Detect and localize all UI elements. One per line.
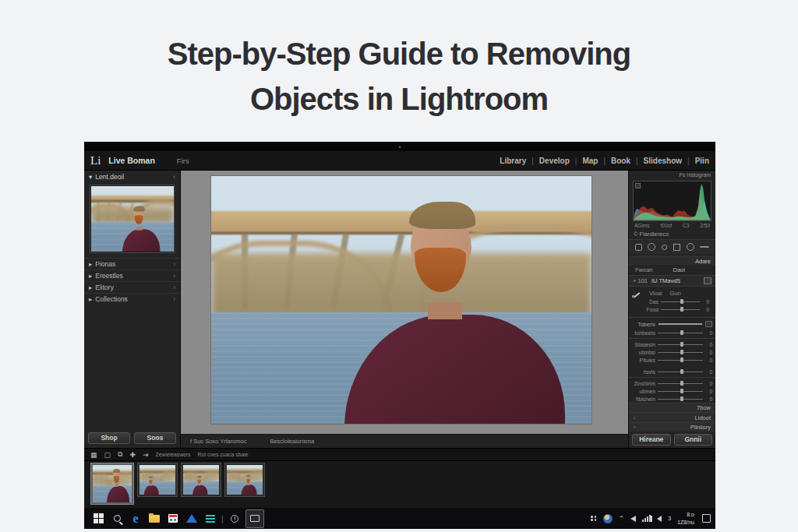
filmstrip-thumb-3[interactable] [181,463,221,497]
brush-settings-box: Vioai Gun Das 0 Food 0 [629,286,715,315]
panel-row-lidoot[interactable]: ‹ Lidoot [629,412,715,421]
thumb-photo[interactable] [93,465,132,502]
sidebar-item-pionas[interactable]: ▸ Pionas › [84,258,180,270]
toolbar-status-right[interactable]: Bescloleaiorisma [270,438,314,445]
tray-arrow-icon[interactable] [630,516,636,522]
slider-thumb[interactable] [680,350,683,354]
import-button[interactable]: Shop [88,432,130,444]
taskbar-search-button[interactable] [108,509,126,528]
module-develop[interactable]: Develop [539,157,570,165]
slider-track[interactable] [658,344,703,345]
filmstrip-thumb-4[interactable] [224,463,265,497]
notification-center-icon[interactable] [702,514,711,523]
brush-tool-icon[interactable] [700,246,709,248]
slider-thumb[interactable] [680,358,683,362]
module-library[interactable]: Library [500,157,526,165]
tray-dots-icon[interactable] [591,516,597,521]
expand-triangle-icon[interactable]: ▸ [89,284,92,291]
slider-track[interactable] [658,352,703,353]
slider-thumb[interactable] [680,396,683,401]
microsoft-store-button[interactable] [164,509,182,528]
slider-track[interactable] [658,360,703,361]
module-book[interactable]: Book [611,157,630,165]
wb-preset-value[interactable]: IU TMavdS [651,277,680,284]
navigator-thumbnail[interactable] [91,186,174,252]
slider-thumb[interactable] [680,342,683,347]
title-line-2: Objects in Lightroom [0,76,798,122]
module-slideshow[interactable]: Slideshow [644,157,682,165]
filmstrip-thumb-1-selected[interactable] [90,463,134,505]
module-print[interactable]: Piin [695,157,709,165]
slider-row-brush-feather: Food 0 [632,305,712,313]
thumb-photo[interactable] [139,465,175,495]
sidebar-item-elitory[interactable]: ▸ Elitory › [84,281,180,293]
filmstrip-thumb-2[interactable] [137,463,178,497]
grid-view-icon[interactable]: ▦ [90,451,97,459]
treatment-value[interactable]: Daol [673,266,685,273]
histogram-clipping-icon[interactable] [635,183,641,188]
sidebar-item-ereestles[interactable]: ▸ Ereestles › [84,270,180,281]
paint-icon[interactable]: ⇥ [143,451,149,459]
clock-app-button[interactable] [225,509,244,528]
filmstrip-filter-label[interactable]: Rot coes cuaca sbale [198,452,249,457]
start-button[interactable] [89,509,108,528]
edge-browser-button[interactable]: e [126,509,145,528]
brush-icon[interactable] [632,288,641,298]
navigator-panel-header[interactable]: ▾ Lent.deoil ‹ [84,171,180,182]
heal-tool-icon[interactable] [648,243,655,251]
brush-mode-a[interactable]: Vioai [649,290,662,297]
slider-thumb[interactable] [680,369,683,374]
add-icon[interactable]: ✚ [129,451,136,459]
speaker-icon[interactable] [657,516,662,522]
collapse-arrow-icon[interactable]: ▲ [397,144,402,149]
file-explorer-button[interactable] [145,509,164,528]
slider-track[interactable] [661,301,700,302]
histogram[interactable] [633,181,711,221]
export-button[interactable]: Soos [134,432,176,444]
module-map[interactable]: Map [582,157,598,165]
expand-triangle-icon[interactable]: ▸ [89,295,92,303]
radial-tool-icon[interactable] [687,243,694,251]
taskbar-clock[interactable]: 8:o 1Z8/nu [677,511,694,525]
slider-track[interactable] [661,309,700,310]
thumb-photo[interactable] [227,465,263,495]
slider-track[interactable] [658,383,703,384]
tray-expand-icon[interactable]: ⌃ [619,515,625,523]
reset-button[interactable]: Gnnii [674,434,713,446]
slider-thumb[interactable] [680,299,683,304]
histogram-panel-header[interactable]: Fs histogram [629,171,715,180]
slider-thumb[interactable] [680,307,683,312]
basic-panel-header[interactable]: Adare [629,255,715,265]
slider-thumb[interactable] [680,389,683,393]
panel-row-7bow[interactable]: 7bow [629,403,715,412]
panel-row-pliniiory[interactable]: ‹ Pliniiory [629,422,715,432]
slider-track[interactable] [658,399,703,400]
slider-track[interactable] [658,333,703,333]
gradient-tool-icon[interactable] [673,244,680,251]
slider-track[interactable] [658,391,703,392]
main-photo[interactable] [210,175,592,425]
redeye-tool-icon[interactable] [662,245,667,250]
tasks-app-button[interactable] [201,509,220,528]
compare-view-icon[interactable]: ⧉ [118,450,122,459]
filmstrip-source-label[interactable]: Zewieieaswers [156,452,191,457]
brush-mode-b[interactable]: Gun [670,290,681,297]
crop-tool-icon[interactable] [635,244,642,251]
slider-thumb[interactable] [680,381,683,386]
previous-button[interactable]: Hireane [632,434,671,446]
pinned-app-button[interactable] [182,509,201,528]
wb-eyedropper-icon[interactable] [704,277,711,284]
loupe-view-icon[interactable]: ▢ [104,451,111,459]
thumb-photo[interactable] [183,465,219,495]
navigator-preview[interactable] [90,185,175,253]
toolbar-status-left[interactable]: f Suc Soxo Yrlaromoc [190,438,246,445]
tone-auto-icon[interactable] [705,321,712,327]
slider-thumb[interactable] [680,330,683,335]
top-panel-collapse-strip[interactable]: ▲ [84,142,715,151]
expand-triangle-icon[interactable]: ▸ [89,272,92,280]
slider-track[interactable] [658,372,703,372]
lightroom-taskbar-button-active[interactable] [245,509,264,528]
globe-icon[interactable] [603,514,613,523]
expand-triangle-icon[interactable]: ▸ [89,260,92,268]
sidebar-item-collections[interactable]: ▸ Collections › [84,293,180,305]
